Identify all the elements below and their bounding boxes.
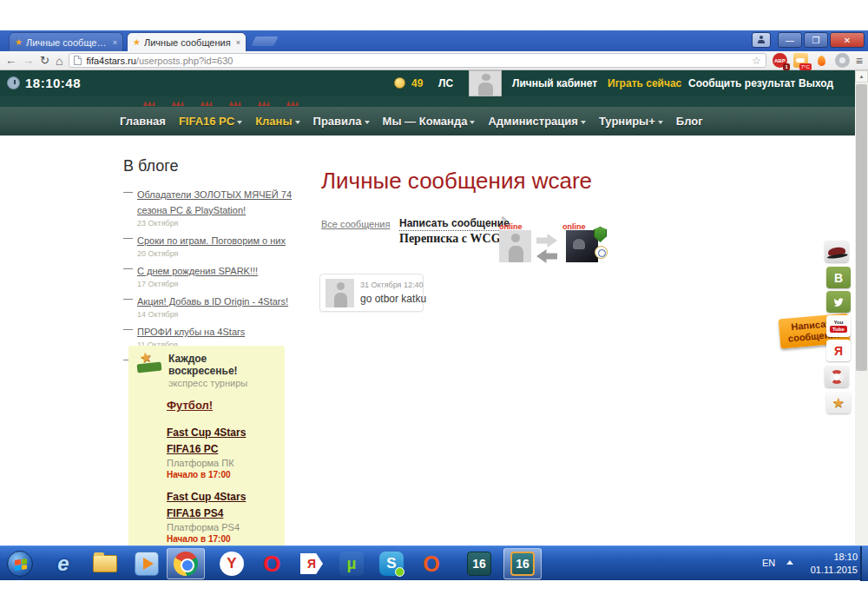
adblock-extension-icon[interactable]: ABP 1 [773, 53, 787, 68]
url-domain: fifa4stars.ru [86, 56, 135, 66]
report-result-link[interactable]: Сообщить результат [688, 77, 795, 89]
disabled-extension-icon[interactable] [835, 53, 850, 68]
nav-fifa16-pc[interactable]: FIFA16 PC [179, 115, 242, 128]
lifebuoy-icon [830, 370, 844, 384]
opera-icon[interactable]: O [259, 551, 285, 577]
youtube-icon[interactable]: YouTube [826, 315, 851, 337]
language-indicator[interactable]: EN [762, 558, 775, 568]
cabinet-link[interactable]: Личный кабинет [512, 77, 597, 89]
chrome-logo-icon [174, 552, 198, 576]
chevron-down-icon [295, 121, 300, 124]
nav-home[interactable]: Главная [120, 115, 166, 128]
fifa16-icon[interactable]: 16 [466, 551, 492, 577]
4stars-icon[interactable]: ★ [826, 392, 851, 413]
chrome-icon[interactable] [173, 551, 199, 577]
main-navigation: Главная FIFA16 PC Кланы Правила Мы — Ком… [0, 107, 855, 135]
abp-badge: 1 [783, 63, 789, 70]
play-now-link[interactable]: Играть сейчас [608, 77, 681, 89]
nav-rules[interactable]: Правила [313, 115, 370, 128]
new-tab-button[interactable] [251, 36, 278, 46]
blog-post-link[interactable]: Акция! Добавь в ID Origin - 4Stars! [137, 296, 288, 307]
profile-button[interactable] [752, 32, 771, 48]
all-messages-link[interactable]: Все сообщения [321, 219, 390, 229]
address-bar[interactable]: fifa4stars.ru/userposts.php?id=630 ☆ [69, 53, 766, 68]
write-message-link[interactable]: Написать сообщение [399, 217, 510, 231]
blog-post-link[interactable]: Обладатели ЗОЛОТЫХ МЯЧЕЙ 74 сезона PC & … [137, 189, 292, 215]
media-player-icon[interactable] [134, 551, 160, 577]
blog-post-link[interactable]: Сроки по играм. Поговорим о них [137, 235, 286, 246]
blog-post-link[interactable]: ПРОФИ клубы на 4Stars [137, 327, 245, 337]
abp-label: ABP [774, 58, 786, 63]
nav-tournaments[interactable]: Турниры+ [599, 115, 663, 128]
tab-inactive[interactable]: ★ Личные сообщения × [9, 32, 123, 51]
close-button[interactable]: ✕ [830, 32, 865, 48]
logo-mark [172, 101, 184, 106]
forward-icon[interactable]: → [23, 55, 34, 66]
blog-post-date: 20 Октября [137, 249, 297, 258]
origin-icon[interactable]: 16Ο [418, 551, 444, 577]
avatar-opponent[interactable] [566, 230, 598, 262]
message-avatar[interactable] [326, 279, 354, 307]
minimize-button[interactable]: — [778, 32, 802, 48]
internet-explorer-icon[interactable]: e [50, 551, 76, 577]
tab-close-icon[interactable]: × [113, 38, 117, 47]
person-icon [758, 36, 765, 43]
page-scrollbar[interactable]: ▲ [855, 70, 868, 545]
tournament-item: Fast Cup 4Stars FIFA16 PS4 Платформа PS4… [167, 488, 276, 544]
help-lifebuoy-icon[interactable] [825, 366, 849, 387]
tournament-link[interactable]: Fast Cup 4Stars FIFA16 PC [167, 426, 246, 455]
skype-icon[interactable]: S [378, 551, 404, 577]
admin-cap-icon[interactable] [825, 241, 849, 262]
browser-menu-icon[interactable]: ≡ [856, 54, 863, 68]
logo-mark [143, 101, 155, 106]
blog-item: Сроки по играм. Поговорим о них 20 Октяб… [123, 232, 297, 258]
blog-item: С днем рождения SPARK!!! 17 Октября [123, 262, 297, 288]
start-button[interactable] [7, 551, 33, 577]
tournament-link[interactable]: Fast Cup 4Stars FIFA16 PS4 [167, 491, 246, 519]
nav-team[interactable]: Мы — Команда [383, 115, 476, 128]
nav-administration[interactable]: Администрация [488, 115, 585, 128]
show-desktop-button[interactable] [860, 546, 868, 581]
tab-close-icon[interactable]: × [236, 38, 240, 47]
blog-item: Акция! Добавь в ID Origin - 4Stars! 14 О… [123, 293, 297, 319]
arrow-left-icon [536, 249, 557, 263]
reload-icon[interactable]: ↻ [40, 55, 49, 66]
tray-expand-icon[interactable] [786, 560, 793, 565]
scrollbar-thumb[interactable] [856, 84, 867, 371]
bookmark-star-icon[interactable]: ☆ [752, 55, 761, 67]
avatar-self[interactable] [499, 230, 531, 262]
tray-clock[interactable]: 18:10 01.11.2015 [797, 551, 858, 577]
tab-active[interactable]: ★ Личные сообщения × [127, 32, 247, 51]
weather-extension-icon[interactable]: 7°C [793, 53, 808, 68]
yandex-icon[interactable]: Я [826, 340, 851, 361]
fifa16-active-icon[interactable]: 16 [510, 551, 536, 577]
page-title: Личные сообщения wcare [321, 168, 592, 195]
user-avatar[interactable] [469, 70, 502, 96]
back-icon[interactable]: ← [5, 55, 16, 66]
nav-blog[interactable]: Блог [676, 115, 703, 128]
flame-extension-icon[interactable] [814, 53, 829, 68]
browser-window: ★ Личные сообщения × ★ Личные сообщения … [0, 30, 868, 545]
yandex-search-icon[interactable]: Я [299, 551, 325, 577]
arrow-right-icon [536, 234, 557, 248]
maximize-button[interactable]: ❐ [804, 32, 828, 48]
scroll-up-icon[interactable]: ▲ [855, 70, 868, 83]
vk-icon[interactable]: В [826, 267, 851, 288]
football-category-link[interactable]: Футбол! [167, 399, 213, 412]
blog-post-date: 17 Октября [137, 280, 297, 288]
utorrent-icon[interactable]: µ [339, 551, 365, 577]
private-messages-link[interactable]: ЛС [438, 77, 453, 89]
windows-taskbar: e Y O Я µ S 16Ο 16 16 EN 18:10 01.11.201… [0, 545, 868, 580]
logout-link[interactable]: Выход [799, 77, 833, 89]
site-logo-strip [0, 96, 855, 107]
yandex-browser-icon[interactable]: Y [219, 551, 245, 577]
blog-post-link[interactable]: С днем рождения SPARK!!! [137, 266, 258, 276]
blog-sidebar: В блоге Обладатели ЗОЛОТЫХ МЯЧЕЙ 74 сезо… [123, 157, 297, 373]
tournament-start-time: Начало в 17:00 [167, 534, 276, 544]
url-path: /userposts.php?id=630 [136, 56, 233, 66]
nav-clans[interactable]: Кланы [255, 115, 299, 128]
home-icon[interactable]: ⌂ [56, 55, 62, 67]
tournaments-header: Каждое воскресенье! [168, 353, 276, 377]
twitter-icon[interactable] [826, 291, 851, 313]
file-explorer-icon[interactable] [92, 551, 118, 577]
